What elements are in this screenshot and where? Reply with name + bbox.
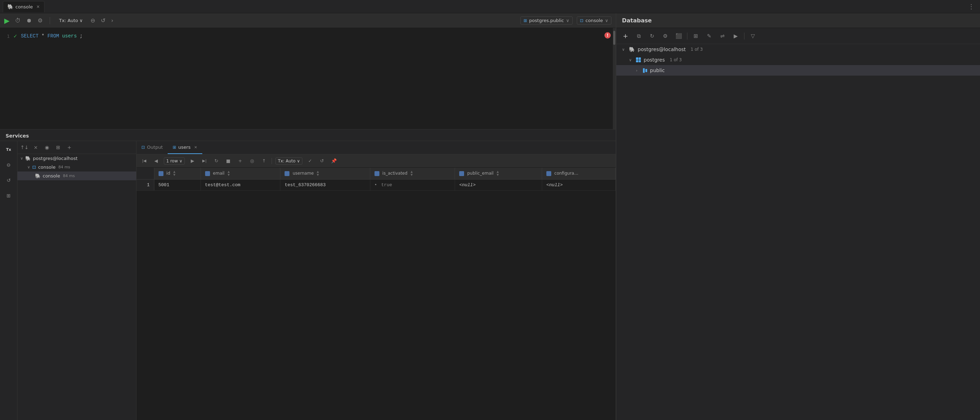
- tree-host-item[interactable]: ∨ 🐘 postgres@localhost: [18, 154, 136, 163]
- add-row-button[interactable]: +: [236, 157, 244, 165]
- db-host-item[interactable]: ∨ 🐘 postgres@localhost 1 of 3: [616, 44, 980, 55]
- data-table-wrapper[interactable]: id ▲▼ email ▲▼: [137, 168, 616, 420]
- tab-close-button[interactable]: ×: [37, 4, 40, 9]
- mask-button[interactable]: ◎: [248, 157, 256, 165]
- results-tx-dropdown[interactable]: Tx: Auto ∨: [275, 158, 302, 164]
- next-row-button[interactable]: ▶: [188, 157, 197, 165]
- rows-dropdown[interactable]: 1 row ∨: [164, 158, 185, 164]
- db-public-item[interactable]: › public: [616, 65, 980, 76]
- first-row-button[interactable]: |◀: [140, 157, 148, 165]
- rollback-button[interactable]: ↺: [101, 17, 105, 24]
- col-id-icon: [159, 171, 164, 176]
- active-session-label: console: [43, 173, 60, 178]
- col-id-sort[interactable]: ▲▼: [173, 170, 175, 177]
- editor-area[interactable]: 1 ✓ SELECT * FROM users ; !: [0, 28, 616, 129]
- db-postgres-item[interactable]: ∨ postgres 1 of 3: [616, 55, 980, 65]
- col-configura[interactable]: configura…: [542, 168, 615, 180]
- db-sep-1: [687, 33, 687, 40]
- tree-active-session-item[interactable]: 🐘 console 84 ms: [18, 172, 136, 180]
- cell-email[interactable]: test@test.com: [200, 180, 280, 191]
- users-tab-close[interactable]: ×: [194, 145, 197, 150]
- tx-label: Tx: Auto: [59, 18, 78, 23]
- collapse-button[interactable]: ↑↓: [20, 143, 29, 151]
- db-edit-button[interactable]: ✎: [704, 31, 714, 41]
- new-tab-button[interactable]: ⊞: [54, 143, 62, 151]
- results-rollback-button[interactable]: ↺: [318, 157, 326, 165]
- sidebar-grid-icon[interactable]: ⊞: [4, 191, 14, 200]
- col-public-email[interactable]: public_email ▲▼: [455, 168, 542, 180]
- db-stop-button[interactable]: ⬛: [674, 31, 684, 41]
- next-button[interactable]: ›: [111, 17, 113, 24]
- db-play-button[interactable]: ▶: [731, 31, 741, 41]
- cell-id[interactable]: 5001: [154, 180, 200, 191]
- cell-public-email[interactable]: <null>: [455, 180, 542, 191]
- db-host-label: postgres@localhost: [638, 46, 686, 52]
- services-tree: ↑↓ × ◉ ⊞ + ∨ 🐘 postgres@localhost ∨: [18, 141, 137, 420]
- col-username[interactable]: username ▲▼: [280, 168, 370, 180]
- prev-row-button[interactable]: ◀: [152, 157, 160, 165]
- db-filter-button[interactable]: ▽: [748, 31, 758, 41]
- commit-button[interactable]: ⊖: [91, 17, 95, 24]
- table-row[interactable]: 1 5001 test@test.com test_6370266683 • t…: [137, 180, 616, 191]
- db-settings-button[interactable]: ⚙: [660, 31, 670, 41]
- remove-button[interactable]: ×: [32, 143, 40, 151]
- tab-more-menu[interactable]: ⋮: [968, 3, 977, 10]
- refresh-results-button[interactable]: ↻: [212, 157, 221, 165]
- sidebar-rollback-icon[interactable]: ↺: [4, 175, 14, 185]
- services-toolbar: ↑↓ × ◉ ⊞ +: [18, 141, 136, 154]
- results-check-button[interactable]: ✓: [306, 157, 314, 165]
- tree-session-item[interactable]: ∨ ⊡ console 84 ms: [18, 163, 136, 172]
- sidebar-commit-icon[interactable]: ⊖: [4, 160, 14, 170]
- col-username-sort[interactable]: ▲▼: [317, 170, 319, 177]
- settings-button[interactable]: ⚙: [37, 17, 42, 24]
- stop-button[interactable]: ⏺: [26, 17, 32, 24]
- users-tab-icon: ⊞: [173, 145, 176, 150]
- stop-results-button[interactable]: ■: [224, 157, 232, 165]
- add-session-button[interactable]: +: [65, 143, 73, 151]
- output-tab[interactable]: ⊡ Output: [137, 141, 168, 154]
- cell-is-activated[interactable]: • true: [370, 180, 455, 191]
- toolbar-sep-1: [50, 17, 50, 24]
- col-public-email-sort[interactable]: ▲▼: [496, 170, 499, 177]
- db-copy-button[interactable]: ⧉: [634, 31, 644, 41]
- right-panel: Database + ⧉ ↻ ⚙ ⬛ ⊞ ✎ ⇌ ▶ ▽ ∨ 🐘 postgre…: [616, 13, 980, 420]
- upload-button[interactable]: ↑: [260, 157, 268, 165]
- col-email-sort[interactable]: ▲▼: [228, 170, 230, 177]
- col-email[interactable]: email ▲▼: [200, 168, 280, 180]
- sidebar-tx-icon[interactable]: Tx: [4, 145, 14, 154]
- connection-dropdown[interactable]: ⊞ postgres.public ∨: [520, 16, 573, 24]
- activated-dot: •: [374, 182, 377, 188]
- col-rownum: [137, 168, 154, 180]
- tx-dropdown[interactable]: Tx: Auto ∨: [57, 17, 85, 24]
- last-row-button[interactable]: ▶|: [200, 157, 208, 165]
- db-split-button[interactable]: ⇌: [718, 31, 727, 41]
- console-dropdown[interactable]: ⊡ console ∨: [577, 16, 611, 24]
- col-is-activated[interactable]: is_activated ▲▼: [370, 168, 455, 180]
- toolbar-right: ⊞ postgres.public ∨ ⊡ console ∨: [520, 16, 611, 24]
- col-activated-sort[interactable]: ▲▼: [410, 170, 413, 177]
- editor-line-1: 1 ✓ SELECT * FROM users ;: [0, 32, 616, 41]
- db-add-button[interactable]: +: [620, 31, 630, 41]
- connection-label: postgres.public: [529, 18, 564, 23]
- history-button[interactable]: ⏱: [15, 17, 21, 24]
- console-icon: ⊡: [580, 18, 584, 23]
- cell-username[interactable]: test_6370266683: [280, 180, 370, 191]
- eye-button[interactable]: ◉: [43, 143, 51, 151]
- output-tab-icon: ⊡: [142, 145, 145, 150]
- users-tab[interactable]: ⊞ users ×: [168, 141, 202, 154]
- session-chevron: ∨: [27, 165, 30, 169]
- results-pin-button[interactable]: 📌: [330, 157, 338, 165]
- cell-configura[interactable]: <null>: [542, 180, 615, 191]
- db-grid-button[interactable]: ⊞: [691, 31, 701, 41]
- editor-scrollbar[interactable]: [613, 28, 616, 129]
- services-header: Services: [0, 129, 616, 141]
- output-tab-label: Output: [147, 145, 163, 150]
- run-button[interactable]: ▶: [4, 16, 10, 25]
- console-tab[interactable]: 🐘 console ×: [3, 1, 45, 12]
- code-line: SELECT * FROM users ;: [21, 33, 83, 39]
- line-check: ✓: [13, 33, 18, 39]
- db-host-icon: 🐘: [629, 46, 635, 52]
- tx-chevron: ∨: [80, 18, 83, 23]
- db-refresh-button[interactable]: ↻: [647, 31, 657, 41]
- col-id[interactable]: id ▲▼: [154, 168, 200, 180]
